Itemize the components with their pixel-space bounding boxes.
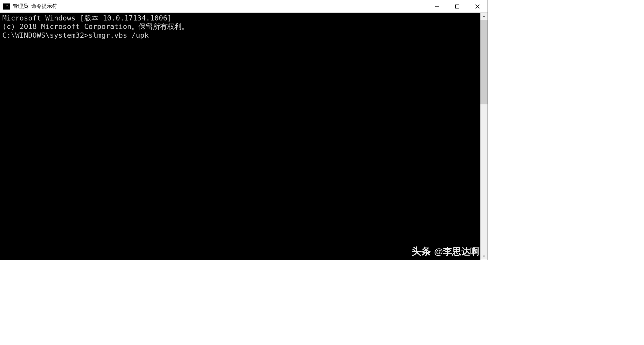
titlebar[interactable]: C:\ 管理员: 命令提示符 (0, 0, 488, 13)
command-prompt-window: C:\ 管理员: 命令提示符 Microsoft Win (0, 0, 488, 260)
terminal-area: Microsoft Windows [版本 10.0.17134.1006](c… (0, 13, 488, 260)
vertical-scrollbar[interactable] (480, 13, 488, 260)
window-controls (427, 0, 488, 12)
scroll-down-button[interactable] (480, 253, 488, 260)
titlebar-left: C:\ 管理员: 命令提示符 (0, 3, 427, 10)
svg-rect-1 (456, 5, 459, 8)
minimize-button[interactable] (427, 0, 447, 12)
chevron-down-icon (482, 255, 486, 258)
cmd-icon: C:\ (3, 3, 10, 10)
terminal-line: Microsoft Windows [版本 10.0.17134.1006] (2, 14, 478, 22)
maximize-button[interactable] (447, 0, 467, 12)
close-button[interactable] (467, 0, 488, 12)
terminal-line: (c) 2018 Microsoft Corporation。保留所有权利。 (2, 22, 478, 31)
scroll-track[interactable] (480, 20, 488, 253)
chevron-up-icon (482, 15, 486, 18)
close-icon (475, 4, 480, 9)
minimize-icon (435, 4, 439, 9)
scroll-thumb[interactable] (480, 20, 488, 104)
terminal-output[interactable]: Microsoft Windows [版本 10.0.17134.1006](c… (0, 13, 480, 260)
scroll-up-button[interactable] (480, 13, 488, 20)
terminal-prompt-line: C:\WINDOWS\system32>slmgr.vbs /upk (2, 31, 478, 40)
window-title: 管理员: 命令提示符 (13, 3, 57, 10)
maximize-icon (455, 4, 460, 9)
